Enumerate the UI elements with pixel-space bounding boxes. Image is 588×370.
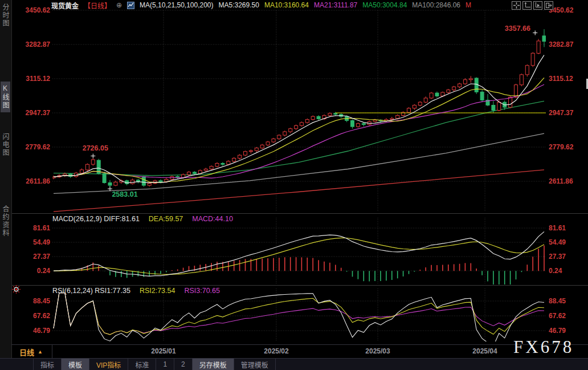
axis-play-icon[interactable]: [533, 1, 542, 10]
tab-vip-indicators[interactable]: VIP指标: [89, 359, 128, 370]
date-label: 2025/01: [151, 347, 175, 355]
candle: [142, 177, 145, 185]
rsi3-value: RSI3:70.65: [184, 287, 220, 295]
axis-label: 0.24: [549, 267, 562, 275]
axis-label: 2947.37: [549, 109, 574, 117]
candle: [514, 85, 518, 97]
macd-header: MACD(26,12,9) DIFF:81.61 DEA:59.57 MACD:…: [52, 215, 233, 223]
instrument-title: 现货黄金: [51, 1, 79, 10]
axis-label: 81.61: [549, 224, 566, 232]
candle: [272, 139, 275, 142]
candle: [305, 120, 309, 123]
candle: [463, 80, 467, 84]
date-label: 2025/02: [264, 347, 288, 355]
collapse-icon[interactable]: ⊕: [116, 1, 122, 9]
candle: [418, 102, 422, 105]
peak-marker: [533, 31, 537, 35]
ma50-value: MA50:3004.84: [362, 1, 407, 9]
ma10-value: MA10:3160.64: [264, 1, 309, 9]
axis-label: 88.45: [33, 297, 50, 305]
sidebar: 分时图 K线图 闪电图 合约资料: [0, 0, 12, 358]
ma5-line: [54, 55, 544, 183]
candle: [289, 129, 292, 132]
sidebar-item-kline-chart[interactable]: K线图: [1, 82, 10, 112]
candle: [396, 115, 399, 118]
candle: [542, 36, 546, 42]
tab-templates[interactable]: 模板: [62, 359, 89, 370]
candle: [227, 161, 230, 164]
axis-label: 67.62: [549, 312, 566, 320]
tab-save-template[interactable]: 另存模板: [193, 359, 234, 370]
candle: [537, 41, 540, 54]
candle: [182, 174, 185, 177]
chart-canvas[interactable]: 3450.623450.623282.873282.873115.123115.…: [0, 0, 588, 370]
candle: [311, 116, 315, 119]
candle: [221, 164, 224, 165]
candle: [390, 119, 394, 120]
candle: [85, 164, 89, 170]
candle: [131, 180, 134, 184]
candle: [452, 87, 456, 90]
sidebar-item-tick-chart[interactable]: 闪电图: [1, 133, 10, 157]
ma5-value: MA5:3269.50: [219, 1, 259, 9]
axis-label: 27.37: [549, 253, 566, 261]
candle: [492, 105, 495, 111]
candle: [108, 183, 112, 186]
exit-panel-icon[interactable]: [544, 1, 553, 10]
candle: [480, 92, 484, 100]
axis-label: 81.61: [33, 224, 50, 232]
axis-label: 3282.87: [549, 40, 574, 48]
tab-indicators[interactable]: 指标: [33, 359, 62, 370]
candle: [255, 148, 258, 151]
axis-label: 0.24: [37, 267, 51, 275]
axis-scale-icon[interactable]: [522, 1, 532, 10]
candle: [362, 124, 365, 125]
ma200-value-truncated: M: [466, 1, 471, 9]
tab-standard[interactable]: 标准: [128, 359, 156, 370]
fx678-watermark: FX678: [513, 337, 574, 357]
price-annotation: 2583.01: [112, 190, 137, 198]
price-panel: 2726.052583.013357.66: [52, 25, 546, 212]
axis-label: 67.62: [33, 312, 50, 320]
app-window: 3450.623450.623282.873282.873115.123115.…: [0, 0, 588, 370]
candle: [103, 173, 106, 182]
candle: [204, 169, 207, 171]
candle: [69, 174, 72, 177]
period-selector-label: 日线: [19, 347, 34, 357]
chart-style-icon[interactable]: [127, 2, 134, 9]
tab-slot-2[interactable]: 2: [174, 359, 193, 370]
rsi24-line: [54, 293, 544, 335]
candle: [328, 113, 332, 116]
chevron-up-icon: ▲: [38, 349, 43, 355]
candle: [295, 125, 298, 128]
candle: [317, 116, 320, 119]
candle: [249, 151, 252, 151]
macd-panel: [54, 231, 544, 288]
crosshair-icon[interactable]: [512, 1, 521, 10]
axis-label: 46.79: [549, 327, 566, 335]
indicator-settings-icon[interactable]: [12, 285, 21, 296]
candle: [159, 181, 162, 182]
candle: [435, 93, 439, 96]
candle: [531, 53, 534, 66]
axis-label: 54.49: [549, 238, 566, 246]
candle: [114, 182, 117, 185]
candle: [351, 120, 354, 127]
sidebar-item-time-chart[interactable]: 分时图: [1, 3, 10, 27]
candle: [407, 108, 411, 112]
axis-label: 3115.12: [26, 75, 50, 83]
axis-label: 54.49: [33, 238, 50, 246]
date-label: 2025/04: [472, 347, 497, 355]
period-selector-button[interactable]: 日线 ▲: [11, 345, 52, 359]
candle: [244, 152, 247, 155]
axis-label: 2611.86: [549, 177, 573, 185]
candle: [424, 98, 427, 102]
candle: [148, 184, 151, 186]
tab-manage-template[interactable]: 管理模板: [234, 359, 276, 370]
candle: [91, 160, 95, 164]
sidebar-item-contract-info[interactable]: 合约资料: [1, 205, 10, 237]
bottom-tab-bar: 指标 模板 VIP指标 标准 1 2 另存模板 管理模板: [0, 358, 588, 370]
candle: [520, 75, 523, 85]
top-bar: 现货黄金 【日线】 ⊕ MA(5,10,21,50,100,200) MA5:3…: [51, 1, 471, 10]
tab-slot-1[interactable]: 1: [156, 359, 174, 370]
